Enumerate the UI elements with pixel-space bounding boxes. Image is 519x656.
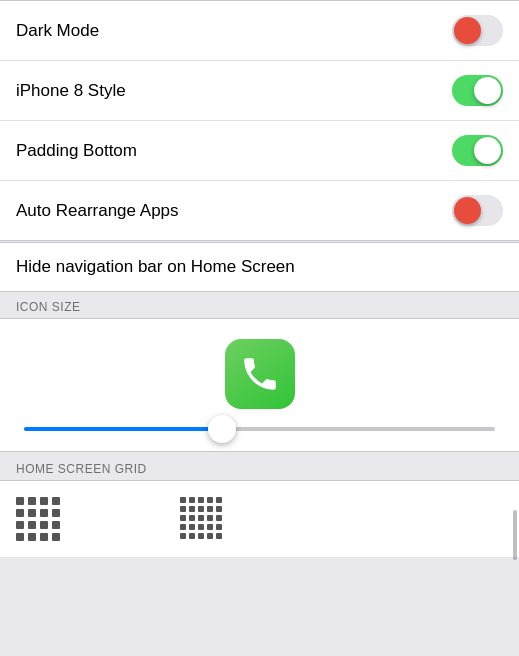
dot (180, 533, 186, 539)
dark-mode-toggle[interactable] (452, 15, 503, 46)
dot (40, 533, 48, 541)
padding-bottom-label: Padding Bottom (16, 141, 137, 161)
dot (216, 515, 222, 521)
dot (198, 497, 204, 503)
dot (16, 533, 24, 541)
grid-option-2[interactable] (180, 497, 222, 541)
dot (16, 497, 24, 505)
dot (216, 497, 222, 503)
dot (207, 506, 213, 512)
toggle-settings-group: Dark Mode iPhone 8 Style Padding Bottom (0, 0, 519, 241)
dark-mode-label: Dark Mode (16, 21, 99, 41)
slider-fill (24, 427, 222, 431)
icon-size-header: ICON SIZE (0, 292, 519, 318)
phone-svg-icon (239, 353, 281, 395)
slider-thumb[interactable] (208, 415, 236, 443)
dot (40, 497, 48, 505)
icon-size-section (0, 318, 519, 452)
dot (198, 524, 204, 530)
slider-track (24, 427, 495, 431)
dark-mode-row: Dark Mode (0, 1, 519, 61)
dot (52, 497, 60, 505)
dot (207, 524, 213, 530)
home-screen-grid-section (0, 480, 519, 557)
dot (207, 497, 213, 503)
dot (28, 521, 36, 529)
dot (28, 509, 36, 517)
padding-bottom-toggle[interactable] (452, 135, 503, 166)
dot (189, 533, 195, 539)
dot (52, 509, 60, 517)
grid-option-1[interactable] (16, 497, 60, 541)
dot (216, 506, 222, 512)
auto-rearrange-label: Auto Rearrange Apps (16, 201, 179, 221)
home-grid-header: HOME SCREEN GRID (0, 454, 519, 480)
dot (207, 515, 213, 521)
dot (180, 506, 186, 512)
iphone8-style-label: iPhone 8 Style (16, 81, 126, 101)
dot (180, 515, 186, 521)
auto-rearrange-row: Auto Rearrange Apps (0, 181, 519, 240)
settings-page: Dark Mode iPhone 8 Style Padding Bottom (0, 0, 519, 557)
iphone8-style-toggle[interactable] (452, 75, 503, 106)
dot (189, 515, 195, 521)
hide-nav-label: Hide navigation bar on Home Screen (16, 257, 295, 276)
dot (40, 509, 48, 517)
dot (16, 509, 24, 517)
dot (198, 506, 204, 512)
dot (216, 524, 222, 530)
dot (198, 533, 204, 539)
scrollbar-indicator[interactable] (513, 510, 517, 560)
grid-dots-1 (16, 497, 60, 541)
phone-icon (225, 339, 295, 409)
padding-bottom-row: Padding Bottom (0, 121, 519, 181)
dot (28, 497, 36, 505)
dot (189, 506, 195, 512)
hide-nav-row: Hide navigation bar on Home Screen (0, 242, 519, 292)
dot (180, 524, 186, 530)
dot (216, 533, 222, 539)
dot (40, 521, 48, 529)
dot (16, 521, 24, 529)
dot (207, 533, 213, 539)
dot (28, 533, 36, 541)
dot (189, 524, 195, 530)
dot (189, 497, 195, 503)
dot (198, 515, 204, 521)
dot (52, 533, 60, 541)
auto-rearrange-toggle[interactable] (452, 195, 503, 226)
iphone8-style-row: iPhone 8 Style (0, 61, 519, 121)
icon-size-slider-container (16, 427, 503, 431)
grid-dots-2 (180, 497, 222, 539)
dot (52, 521, 60, 529)
grid-options (0, 481, 519, 557)
dot (180, 497, 186, 503)
